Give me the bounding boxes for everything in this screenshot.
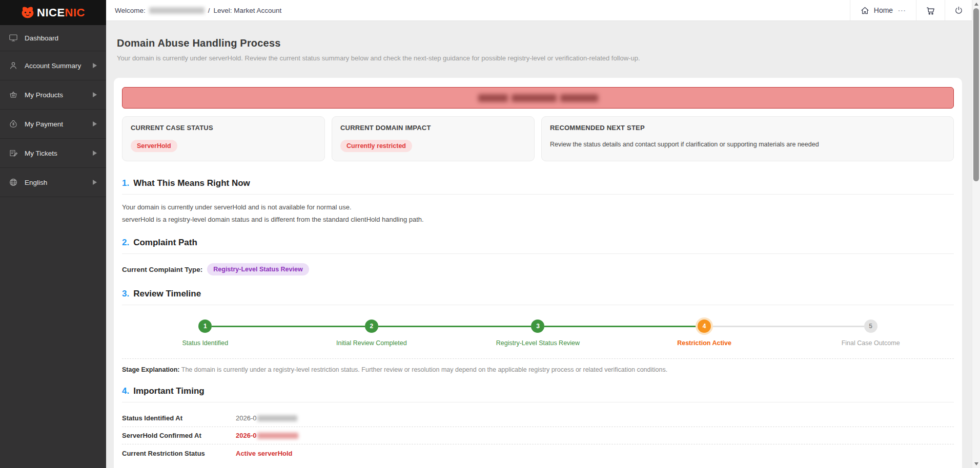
cat-logo-icon — [21, 6, 34, 19]
timeline-step-2: 2 Initial Review Completed — [289, 320, 455, 347]
section-title: Important Timing — [133, 386, 205, 396]
card-text: Review the status details and contact su… — [550, 141, 945, 148]
step-label: Final Case Outcome — [787, 339, 954, 347]
redacted-text — [560, 94, 598, 102]
row-value: Active serverHold — [236, 450, 293, 457]
complaint-type-label: Current Complaint Type: — [122, 266, 202, 273]
redacted-text — [512, 94, 557, 102]
ellipsis-icon: ··· — [898, 7, 906, 14]
home-button[interactable]: Home ··· — [850, 0, 916, 20]
welcome-text: Welcome: / Level: Market Account — [106, 7, 281, 14]
status-badge: Currently restricted — [340, 140, 412, 152]
section-title: Review Timeline — [133, 289, 201, 299]
scrollbar-down-arrow[interactable] — [972, 460, 980, 467]
row-label: ServerHold Confirmed At — [122, 432, 236, 439]
chevron-right-icon — [93, 92, 97, 97]
chevron-right-icon — [93, 151, 97, 156]
main-content: Domain Abuse Handling Process Your domai… — [106, 21, 972, 468]
sidebar-item-label: Account Summary — [25, 62, 81, 70]
card-title: CURRENT CASE STATUS — [131, 124, 316, 132]
step-label: Status Identified — [122, 339, 289, 347]
page-subtitle: Your domain is currently under serverHol… — [106, 49, 972, 62]
step-label: Registry-Level Status Review — [455, 339, 621, 347]
scrollbar[interactable] — [972, 0, 980, 468]
table-row-status-identified-at: Status Identified At 2026-0 — [122, 410, 954, 427]
redacted-username — [149, 7, 205, 14]
card-recommended-next-step: RECOMMENDED NEXT STEP Review the status … — [541, 116, 954, 161]
card-title: CURRENT DOMAIN IMPACT — [340, 124, 526, 132]
home-icon — [860, 6, 870, 15]
table-row-serverhold-confirmed-at: ServerHold Confirmed At 2026-0 — [122, 427, 954, 444]
stage-explanation: Stage Explanation: The domain is current… — [122, 366, 954, 373]
timeline-step-1: 1 Status Identified — [122, 320, 289, 347]
basket-icon — [8, 90, 18, 100]
divider — [122, 253, 954, 254]
step-dot: 5 — [864, 320, 877, 333]
brand-name: NICENIC — [37, 6, 85, 19]
sidebar-item-label: My Payment — [25, 120, 63, 128]
ticket-note-icon — [8, 148, 18, 158]
sidebar-item-dashboard[interactable]: Dashboard — [0, 25, 106, 51]
sidebar: Dashboard Account Summary My Products My… — [0, 25, 106, 468]
user-icon — [8, 60, 18, 71]
scrollbar-up-arrow[interactable] — [972, 1, 980, 8]
globe-icon — [8, 177, 18, 187]
dashed-divider — [122, 358, 954, 359]
divider — [122, 305, 954, 305]
step-dot: 1 — [198, 320, 212, 333]
cart-icon — [925, 5, 936, 16]
row-value: 2026-0 — [236, 414, 297, 422]
section-review-timeline: 3. Review Timeline 1 Status Identified 2… — [122, 289, 954, 373]
card-title: RECOMMENDED NEXT STEP — [550, 124, 945, 132]
section-title: Complaint Path — [133, 238, 197, 248]
table-row-current-restriction-status: Current Restriction Status Active server… — [122, 444, 954, 462]
stage-explanation-label: Stage Explanation: — [122, 366, 180, 373]
section-number: 1. — [122, 178, 129, 188]
redacted-date — [257, 415, 297, 421]
paragraph: serverHold is a registry-level domain st… — [122, 216, 954, 223]
divider — [122, 194, 954, 195]
sidebar-item-label: Dashboard — [25, 34, 58, 42]
section-what-this-means: 1. What This Means Right Now Your domain… — [122, 178, 954, 223]
complaint-type-badge: Registry-Level Status Review — [207, 263, 309, 275]
section-number: 4. — [122, 386, 129, 396]
section-title: What This Means Right Now — [133, 178, 250, 188]
summary-cards-row: CURRENT CASE STATUS ServerHold CURRENT D… — [122, 116, 954, 161]
sidebar-item-language[interactable]: English — [0, 168, 106, 197]
power-icon — [954, 6, 964, 15]
timing-table: Status Identified At 2026-0 ServerHold C… — [122, 410, 954, 462]
row-value: 2026-0 — [236, 432, 298, 439]
timeline-step-3: 3 Registry-Level Status Review — [455, 320, 621, 347]
sidebar-item-my-products[interactable]: My Products — [0, 80, 106, 110]
logout-button[interactable] — [945, 0, 972, 20]
sidebar-item-account-summary[interactable]: Account Summary — [0, 51, 106, 80]
card-current-domain-impact: CURRENT DOMAIN IMPACT Currently restrict… — [332, 116, 535, 161]
timeline-step-4-active: 4 Restriction Active — [621, 320, 788, 347]
page-title: Domain Abuse Handling Process — [106, 21, 972, 49]
redacted-text — [478, 94, 508, 102]
sidebar-item-my-tickets[interactable]: My Tickets — [0, 139, 106, 168]
timeline: 1 Status Identified 2 Initial Review Com… — [122, 320, 954, 347]
status-badge: ServerHold — [131, 140, 177, 152]
sidebar-item-label: English — [25, 179, 47, 186]
step-dot: 4 — [698, 320, 711, 333]
card-current-case-status: CURRENT CASE STATUS ServerHold — [122, 116, 325, 161]
alert-banner-redacted — [122, 87, 954, 109]
topbar: Welcome: / Level: Market Account Home ··… — [106, 0, 972, 21]
sidebar-item-my-payment[interactable]: My Payment — [0, 110, 106, 139]
money-bag-icon — [8, 119, 18, 129]
section-number: 2. — [122, 238, 129, 248]
brand-logo[interactable]: NICENIC — [0, 0, 106, 25]
section-important-timing: 4. Important Timing Status Identified At… — [122, 386, 954, 462]
step-dot: 3 — [531, 320, 544, 333]
cart-button[interactable] — [916, 0, 945, 20]
chevron-right-icon — [93, 180, 97, 185]
sidebar-item-label: My Tickets — [25, 150, 57, 157]
section-number: 3. — [122, 289, 129, 299]
scrollbar-thumb[interactable] — [973, 8, 979, 181]
home-label: Home — [874, 6, 893, 14]
step-label: Initial Review Completed — [289, 339, 455, 347]
row-label: Current Restriction Status — [122, 450, 236, 457]
stage-explanation-text: The domain is currently under a registry… — [181, 366, 667, 373]
content-card: CURRENT CASE STATUS ServerHold CURRENT D… — [114, 78, 962, 468]
